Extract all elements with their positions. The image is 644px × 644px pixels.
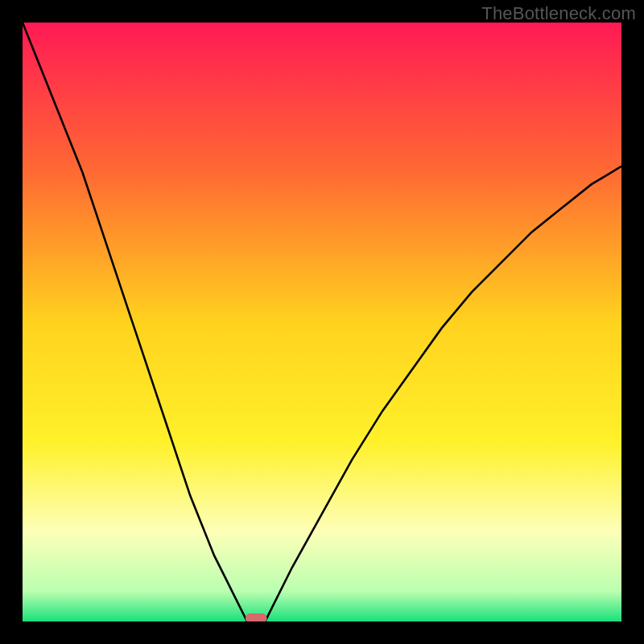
chart-frame: TheBottleneck.com bbox=[0, 0, 644, 644]
watermark-text: TheBottleneck.com bbox=[481, 3, 636, 24]
chart-plot bbox=[23, 23, 621, 621]
plot-background bbox=[23, 23, 621, 621]
baseline-marker bbox=[246, 613, 267, 621]
